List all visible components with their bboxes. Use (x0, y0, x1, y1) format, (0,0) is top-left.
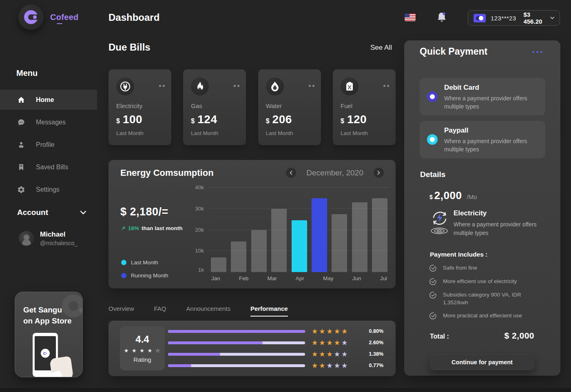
card-menu[interactable] (234, 85, 239, 87)
chart-bar[interactable] (251, 230, 267, 272)
x-axis-labels: Jan Feb Mar Apr May Jun Jul (209, 275, 390, 281)
tab-faq[interactable]: FAQ (154, 305, 166, 317)
chart-delta: ↗ 18% than last month (121, 225, 182, 231)
payment-option-paypall[interactable]: Paypall Where a payment provider offers … (420, 121, 545, 158)
sidebar-item-label: Settings (36, 186, 60, 193)
flame-icon (191, 78, 209, 95)
card-number: 123***23 (491, 15, 516, 22)
bill-label: Gas (191, 102, 238, 109)
cofeed-logo-icon[interactable] (18, 4, 44, 30)
card-menu[interactable] (383, 85, 389, 87)
plug-icon (116, 78, 134, 95)
bottom-edge (0, 388, 571, 392)
continue-payment-button[interactable]: Continue for payment (429, 354, 535, 370)
gear-icon (17, 186, 25, 194)
bill-amount: $120 (341, 113, 388, 126)
sidebar-item-label: Home (36, 96, 54, 104)
rating-score-box: 4.4 ★ ★ ★ ★ ☆ Rating (120, 326, 165, 370)
bill-amount: $100 (116, 113, 164, 126)
bill-period: Last Month (191, 130, 238, 136)
chart-bar[interactable] (352, 202, 367, 272)
check-circle-icon (429, 278, 437, 286)
bill-label: Fuel (341, 102, 388, 109)
sidebar-item-saved-bills[interactable]: Saved Bills (0, 157, 97, 177)
home-icon (17, 96, 25, 104)
include-item: Subsidies category 900 VA, IDR 1,352/kwh (429, 291, 543, 306)
tab-overview[interactable]: Overview (108, 305, 134, 317)
next-month-button[interactable] (374, 168, 384, 178)
y-axis-tick: 10k (195, 248, 204, 254)
panel-ellipsis-menu-icon[interactable] (532, 51, 542, 53)
chart-period-nav: December, 2020 (286, 168, 384, 178)
language-flag-icon[interactable] (405, 13, 416, 21)
rating-progress (168, 353, 305, 356)
sidebar-item-messages[interactable]: Messages (0, 112, 97, 132)
chart-title: Energy Comsumption (120, 168, 214, 178)
notifications-bell-icon[interactable] (436, 12, 447, 23)
service-desc: Where a payment provider offers multiple… (454, 220, 552, 237)
legend-dot-blue (121, 273, 126, 278)
chart-bar[interactable] (332, 214, 347, 272)
payment-includes-list: Safe from fine More efficient use of ele… (429, 264, 543, 325)
star-rating-icons: ★★★★★ (312, 339, 357, 347)
chart-bar[interactable] (292, 220, 307, 272)
chart-bar[interactable] (372, 198, 387, 272)
droplet-icon (266, 78, 284, 95)
chart-bar[interactable] (312, 198, 327, 272)
legend-dot-cyan (121, 260, 126, 265)
rating-rows: ★★★★★ 0.80% ★★★★★ 2.60% ★★★★★ 1.38% ★★★★… (168, 326, 383, 371)
tab-performance[interactable]: Performance (250, 305, 288, 317)
chart-amount: $ 2,180/= (120, 206, 168, 218)
radio-paypall[interactable] (427, 134, 438, 145)
chart-bar[interactable] (211, 257, 226, 272)
card-menu[interactable] (159, 85, 165, 87)
rating-row: ★★★★★ 0.77% (168, 360, 383, 371)
check-circle-icon (429, 264, 437, 272)
bill-card-fuel[interactable]: Fuel $120 Last Month (333, 69, 396, 145)
total-value: $ 2,000 (504, 331, 534, 341)
option-name: Debit Card (444, 84, 538, 92)
appstore-promo-card[interactable]: Get Sangu on App Store c· (15, 292, 83, 377)
rating-progress (168, 330, 305, 333)
total-label: Total : (430, 333, 449, 340)
bill-label: Electricity (116, 102, 164, 109)
check-circle-icon (429, 312, 437, 320)
service-name: Electricity (454, 209, 487, 217)
y-axis-tick: 40k (195, 184, 204, 190)
card-selector[interactable]: 123***23 $3 456.20 (468, 10, 560, 26)
tab-announcements[interactable]: Announcements (186, 305, 230, 317)
fuel-can-icon (341, 78, 359, 95)
electricity-refresh-icon (429, 208, 451, 235)
chart-legend: Last Month Running Month (121, 259, 168, 286)
bar-chart-plot: 40k 30k 20k 10k 1k (209, 188, 390, 272)
sidebar-item-home[interactable]: Home (0, 90, 97, 110)
card-icon (474, 14, 486, 22)
check-circle-icon (429, 291, 437, 299)
chart-bar[interactable] (231, 241, 246, 272)
user-handle: @michalesco_ (40, 240, 77, 246)
card-menu[interactable] (309, 85, 314, 87)
chart-bar[interactable] (271, 209, 287, 272)
user-profile[interactable]: Michael @michalesco_ (19, 230, 77, 246)
account-section-toggle[interactable]: Account (17, 208, 86, 217)
promo-text: Get Sangu on App Store (23, 304, 72, 326)
energy-consumption-card: Energy Comsumption December, 2020 $ 2,18… (108, 160, 396, 288)
payment-option-debit-card[interactable]: Debit Card Where a payment provider offe… (420, 78, 545, 115)
bill-label: Water (266, 102, 313, 109)
chat-icon (17, 118, 25, 126)
chevron-down-icon (550, 16, 554, 20)
sidebar-item-profile[interactable]: Profile (0, 135, 97, 155)
prev-month-button[interactable] (286, 168, 296, 178)
details-heading: Details (420, 170, 445, 179)
bill-card-electricity[interactable]: Electricity $100 Last Month (108, 69, 171, 145)
radio-debit-card[interactable] (427, 91, 438, 102)
bill-card-water[interactable]: Water $206 Last Month (258, 69, 321, 145)
quick-payment-panel: Quick Payment Debit Card Where a payment… (404, 40, 560, 376)
rating-percent: 1.38% (364, 351, 383, 357)
bill-card-gas[interactable]: Gas $124 Last Month (183, 69, 246, 145)
bookmark-icon (17, 163, 25, 171)
rating-percent: 2.60% (364, 340, 383, 345)
see-all-link[interactable]: See All (370, 44, 392, 52)
sidebar-item-settings[interactable]: Settings (0, 179, 97, 199)
sidebar-item-label: Profile (36, 141, 54, 148)
